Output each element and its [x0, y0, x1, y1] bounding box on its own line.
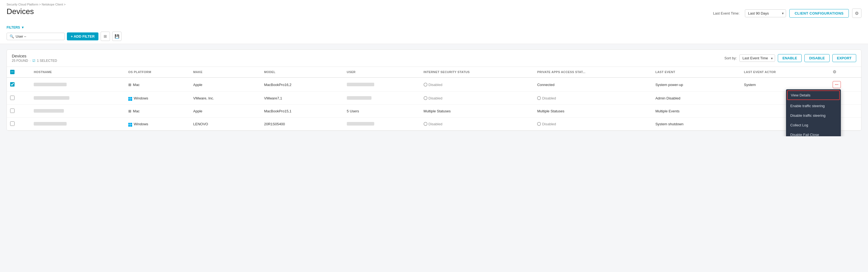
row-private-2: Disabled — [534, 92, 652, 105]
row-hostname-2 — [30, 92, 125, 105]
col-header-model: MODEL — [261, 67, 343, 78]
disabled-circle-icon-private-2 — [537, 96, 541, 100]
filters-bar: FILTERS ▼ 🔍 + ADD FILTER ⊞ 💾 — [0, 23, 868, 44]
search-icon: 🔍 — [9, 34, 14, 38]
select-all-header[interactable] — [7, 67, 30, 78]
add-filter-button[interactable]: + ADD FILTER — [67, 32, 98, 40]
sort-label: Sort by: — [724, 56, 737, 60]
row-make-1: Apple — [190, 78, 261, 92]
context-menu-item-collect-log[interactable]: Collect Log — [786, 120, 841, 130]
col-header-actions: ⚙ — [829, 67, 861, 78]
found-count: 25 FOUND — [12, 59, 28, 63]
os-win-4: Windows — [128, 121, 148, 127]
last-event-label: Last Event Time: — [713, 11, 740, 16]
row-hostname-4 — [30, 117, 125, 131]
row-checkbox-1[interactable] — [7, 78, 30, 92]
row-model-2: VMware7,1 — [261, 92, 343, 105]
row-model-3: MacBookPro15,1 — [261, 105, 343, 117]
private-status-1: Connected — [537, 83, 554, 87]
row-os-4: Windows — [125, 117, 190, 131]
os-label-1: Mac — [133, 83, 140, 87]
user-blurred-4 — [347, 122, 374, 126]
row-make-3: Apple — [190, 105, 261, 117]
table-header-row: HOSTNAME OS PLATFORM MAKE MODEL USER INT… — [7, 67, 861, 78]
col-header-os: OS PLATFORM — [125, 67, 190, 78]
row-actions-1: ··· View Details Enable traffic steering… — [829, 78, 861, 92]
context-menu-item-disable-fail-close[interactable]: Disable Fail Close — [786, 130, 841, 136]
breadcrumb-area: Security Cloud Platform > Netskope Clien… — [0, 0, 868, 23]
row-model-4: 20R1S05400 — [261, 117, 343, 131]
disabled-circle-icon-2 — [424, 96, 427, 100]
row-hostname-3 — [30, 105, 125, 117]
os-win-2: Windows — [128, 96, 148, 101]
disabled-circle-icon-1 — [424, 83, 427, 86]
page-title: Devices — [7, 7, 34, 16]
indeterminate-checkbox[interactable] — [10, 70, 14, 74]
filter-input-wrapper: 🔍 — [7, 33, 65, 40]
row-make-4: LENOVO — [190, 117, 261, 131]
breadcrumb-sep-2: > — [64, 3, 65, 6]
menu-wrapper-1: ··· View Details Enable traffic steering… — [833, 81, 841, 88]
row-lastevent-3: Multiple Events — [652, 105, 741, 117]
disabled-circle-icon-4 — [424, 122, 427, 126]
col-header-actor: LAST EVENT ACTOR — [741, 67, 829, 78]
table-title: Devices — [12, 54, 57, 58]
download-button[interactable]: 💾 — [112, 32, 121, 41]
os-label-2: Windows — [134, 96, 148, 100]
context-menu-item-view-details[interactable]: View Details — [787, 90, 840, 100]
row-model-1: MacBookPro16,2 — [261, 78, 343, 92]
sort-select-wrapper[interactable]: Last Event TimeHostnameOS Platform — [739, 54, 775, 62]
table-subtitle: 25 FOUND · ☑ 1 SELECTED — [12, 59, 57, 63]
disabled-circle-icon-private-4 — [537, 122, 541, 126]
win-icon-4 — [128, 121, 132, 127]
row-inet-1: Disabled — [420, 78, 534, 92]
more-menu-button-1[interactable]: ··· — [833, 81, 841, 88]
mac-icon-1: ⊞ — [128, 83, 131, 87]
breadcrumb-sep-1: > — [39, 3, 42, 6]
row-lastevent-2: Admin Disabled — [652, 92, 741, 105]
top-bar: Security Cloud Platform > Netskope Clien… — [0, 0, 868, 44]
row-checkbox-3[interactable] — [7, 105, 30, 117]
time-select[interactable]: Last 24 HoursLast 7 DaysLast 30 DaysLast… — [745, 9, 786, 17]
context-menu-item-enable-steering[interactable]: Enable traffic steering — [786, 101, 841, 111]
row-user-3: 5 Users — [343, 105, 420, 117]
selected-count: 1 SELECTED — [37, 59, 57, 63]
settings-gear-button[interactable]: ⚙ — [852, 8, 861, 18]
col-header-user: USER — [343, 67, 420, 78]
enable-button[interactable]: ENABLE — [778, 54, 802, 62]
mac-icon-3: ⊞ — [128, 109, 131, 113]
row-checkbox-2[interactable] — [7, 92, 30, 105]
filter-view-button[interactable]: ⊞ — [101, 32, 110, 41]
row-os-3: ⊞ Mac — [125, 105, 190, 117]
table-container: Devices 25 FOUND · ☑ 1 SELECTED Sort by:… — [7, 50, 861, 131]
devices-table: HOSTNAME OS PLATFORM MAKE MODEL USER INT… — [7, 67, 861, 131]
os-label-4: Windows — [134, 122, 148, 126]
row-user-1 — [343, 78, 420, 92]
col-header-private: PRIVATE APPS ACCESS STAT... — [534, 67, 652, 78]
filters-label-text: FILTERS — [7, 26, 20, 29]
table-header: Devices 25 FOUND · ☑ 1 SELECTED Sort by:… — [7, 50, 861, 67]
hostname-blurred-2 — [34, 96, 69, 100]
time-select-wrapper[interactable]: Last 24 HoursLast 7 DaysLast 30 DaysLast… — [745, 9, 786, 17]
sort-select[interactable]: Last Event TimeHostnameOS Platform — [739, 54, 775, 62]
disable-button[interactable]: DISABLE — [804, 54, 829, 62]
inet-status-2: Disabled — [424, 96, 531, 100]
export-button[interactable]: EXPORT — [832, 54, 856, 62]
client-configurations-button[interactable]: CLIENT CONFIGURATIONS — [789, 9, 849, 18]
filters-toggle[interactable]: FILTERS ▼ — [7, 26, 24, 29]
row-inet-2: Disabled — [420, 92, 534, 105]
os-label-3: Mac — [133, 109, 140, 113]
col-settings-icon[interactable]: ⚙ — [833, 70, 836, 74]
filter-input[interactable] — [16, 34, 62, 38]
row-make-2: VMware, Inc. — [190, 92, 261, 105]
context-menu-item-disable-steering[interactable]: Disable traffic steering — [786, 111, 841, 120]
row-lastevent-4: System shutdown — [652, 117, 741, 131]
hostname-blurred-3 — [34, 109, 64, 113]
row-user-4 — [343, 117, 420, 131]
os-mac-3: ⊞ Mac — [128, 109, 140, 113]
inet-status-1: Disabled — [424, 83, 531, 87]
private-status-2: Disabled — [537, 96, 649, 100]
row-checkbox-4[interactable] — [7, 117, 30, 131]
row-private-3: Multiple Statuses — [534, 105, 652, 117]
col-header-lastevent: LAST EVENT — [652, 67, 741, 78]
